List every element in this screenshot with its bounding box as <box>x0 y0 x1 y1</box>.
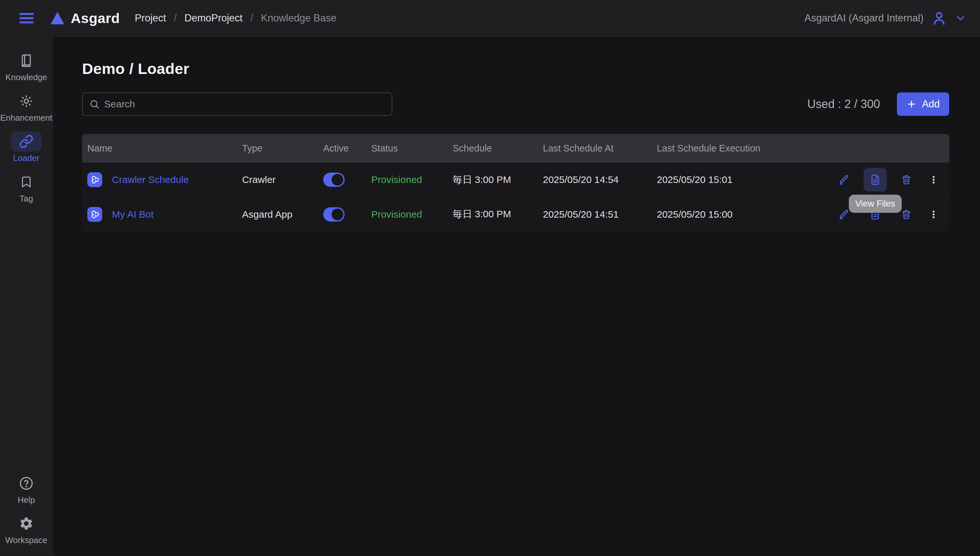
loader-name-link[interactable]: Crawler Schedule <box>112 174 189 185</box>
col-header-last-schedule-execution: Last Schedule Execution <box>657 143 774 154</box>
table-row: My AI Bot Asgard App Provisioned 毎日 3:00… <box>82 197 949 231</box>
loader-name-cell: Crawler Schedule <box>87 172 242 187</box>
webhook-icon <box>87 207 102 222</box>
trash-icon <box>901 209 912 220</box>
sidebar-item-loader[interactable]: Loader <box>0 131 53 163</box>
last-schedule-at-value: 2025/05/20 14:54 <box>543 174 657 185</box>
breadcrumb-separator: / <box>174 12 177 24</box>
col-header-active: Active <box>323 143 371 154</box>
active-cell <box>323 173 371 187</box>
sidebar-footer: Help Workspace <box>0 473 53 556</box>
loader-type: Asgard App <box>242 209 323 220</box>
pencil-icon <box>839 174 849 185</box>
gear-icon <box>19 516 34 531</box>
sun-icon <box>19 94 34 108</box>
add-button-label: Add <box>922 98 940 110</box>
topbar: Asgard Project / DemoProject / Knowledge… <box>0 0 980 37</box>
row-actions: View Files <box>774 168 941 191</box>
search-box <box>82 92 392 116</box>
col-header-schedule: Schedule <box>453 143 543 154</box>
table-header: Name Type Active Status Schedule Last Sc… <box>82 134 949 163</box>
sidebar-item-label: Loader <box>13 154 40 163</box>
active-toggle[interactable] <box>323 207 344 221</box>
book-icon <box>19 54 33 68</box>
user-icon[interactable] <box>931 10 948 27</box>
link-icon <box>19 134 34 149</box>
sidebar-item-tag[interactable]: Tag <box>0 172 53 204</box>
last-schedule-execution-value: 2025/05/20 15:00 <box>657 209 774 220</box>
sidebar-item-enhancement[interactable]: Enhancement <box>0 91 53 123</box>
sidebar-item-workspace[interactable]: Workspace <box>0 514 53 545</box>
brand-title: Asgard <box>71 10 120 26</box>
main-content: Demo / Loader Used : 2 / 300 Add Name Ty… <box>53 37 980 556</box>
sidebar-item-help[interactable]: Help <box>0 473 53 505</box>
file-icon <box>870 174 881 185</box>
page-title: Demo / Loader <box>82 60 949 78</box>
sidebar-item-label: Knowledge <box>5 73 47 82</box>
sidebar-item-knowledge[interactable]: Knowledge <box>0 51 53 82</box>
usage-counter: Used : 2 / 300 <box>807 97 880 111</box>
edit-button[interactable] <box>832 168 856 191</box>
col-header-status: Status <box>371 143 453 154</box>
add-button[interactable]: Add <box>897 92 949 116</box>
loader-type: Crawler <box>242 174 323 185</box>
more-options-button[interactable] <box>926 203 941 226</box>
schedule-value: 毎日 3:00 PM <box>453 208 543 221</box>
table-row: Crawler Schedule Crawler Provisioned 毎日 … <box>82 163 949 197</box>
schedule-value: 毎日 3:00 PM <box>453 173 543 186</box>
breadcrumb-knowledge-base: Knowledge Base <box>261 12 336 24</box>
active-toggle[interactable] <box>323 173 344 187</box>
more-options-button[interactable] <box>926 168 941 191</box>
breadcrumb-demoproject[interactable]: DemoProject <box>184 12 243 24</box>
menu-icon[interactable] <box>19 13 34 23</box>
user-menu[interactable]: AsgardAI (Asgard Internal) <box>804 10 980 27</box>
chevron-down-icon[interactable] <box>955 12 966 24</box>
active-cell <box>323 207 371 221</box>
breadcrumb-project[interactable]: Project <box>135 12 166 24</box>
bookmark-icon <box>20 176 33 189</box>
kebab-menu-icon <box>929 209 938 220</box>
status-badge: Provisioned <box>371 174 453 185</box>
user-label: AsgardAI (Asgard Internal) <box>804 12 923 24</box>
delete-button[interactable] <box>895 168 918 191</box>
last-schedule-execution-value: 2025/05/20 15:01 <box>657 174 774 185</box>
plus-icon <box>906 99 917 109</box>
loader-name-cell: My AI Bot <box>87 207 242 222</box>
sidebar-item-label: Tag <box>19 194 33 204</box>
sidebar-item-label: Enhancement <box>0 113 52 123</box>
asgard-logo-icon <box>50 11 65 25</box>
sidebar: Knowledge Enhancement Loader <box>0 37 53 556</box>
breadcrumb: Project / DemoProject / Knowledge Base <box>135 12 336 24</box>
search-input[interactable] <box>82 92 392 116</box>
col-header-type: Type <box>242 143 323 154</box>
kebab-menu-icon <box>929 174 938 185</box>
breadcrumb-separator: / <box>250 12 253 24</box>
help-circle-icon <box>18 475 34 491</box>
webhook-icon <box>87 172 102 187</box>
sidebar-item-label: Help <box>18 495 35 505</box>
trash-icon <box>901 174 912 185</box>
view-files-tooltip: View Files <box>849 195 902 213</box>
col-header-name: Name <box>87 143 242 154</box>
table-body: Crawler Schedule Crawler Provisioned 毎日 … <box>82 163 949 231</box>
controls-row: Used : 2 / 300 Add <box>82 92 949 116</box>
loader-name-link[interactable]: My AI Bot <box>112 209 154 220</box>
view-files-button[interactable]: View Files <box>864 168 887 191</box>
status-badge: Provisioned <box>371 209 453 220</box>
loader-table: Name Type Active Status Schedule Last Sc… <box>82 134 949 231</box>
col-header-last-schedule-at: Last Schedule At <box>543 143 657 154</box>
sidebar-item-label: Workspace <box>5 535 47 545</box>
pencil-icon <box>839 209 849 220</box>
last-schedule-at-value: 2025/05/20 14:51 <box>543 209 657 220</box>
